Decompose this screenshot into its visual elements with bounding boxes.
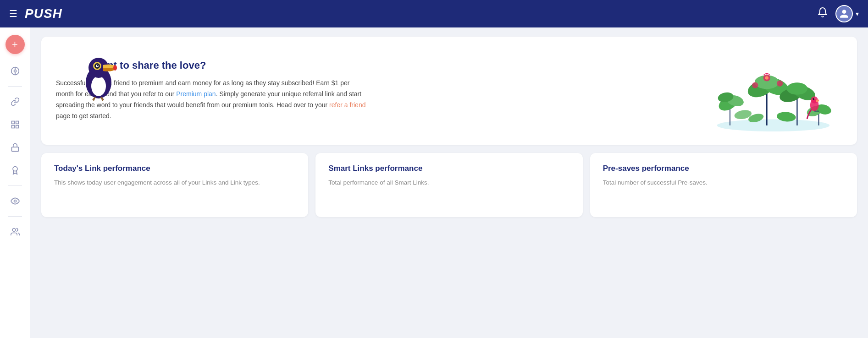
sidebar-item-visibility[interactable] xyxy=(6,191,25,211)
card-today-desc: This shows today user engagement across … xyxy=(54,178,295,188)
premium-link[interactable]: Premium plan xyxy=(176,90,216,98)
svg-point-18 xyxy=(97,65,99,66)
card-today-performance: Today's Link performance This shows toda… xyxy=(41,153,308,217)
cards-row: Today's Link performance This shows toda… xyxy=(41,153,857,217)
svg-point-40 xyxy=(787,82,807,94)
top-nav: ☰ PUSH ▾ xyxy=(0,0,868,27)
card-today-title: Today's Link performance xyxy=(54,164,295,173)
svg-rect-6 xyxy=(11,125,14,128)
referral-banner: Want to share the love? Successfully ref… xyxy=(41,37,857,145)
svg-rect-5 xyxy=(16,121,18,124)
svg-point-35 xyxy=(752,82,758,88)
svg-rect-7 xyxy=(16,125,18,128)
sidebar-divider-2 xyxy=(8,185,22,186)
svg-rect-4 xyxy=(11,121,14,124)
sidebar-item-audience[interactable] xyxy=(6,222,25,241)
main-content: Want to share the love? Successfully ref… xyxy=(30,27,868,338)
main-layout: + xyxy=(0,27,868,338)
sidebar-item-lock[interactable] xyxy=(6,138,25,157)
sidebar-item-campaigns[interactable] xyxy=(6,115,25,134)
card-smart-desc: Total performance of all Smart Links. xyxy=(328,178,569,188)
card-smart-title: Smart Links performance xyxy=(328,164,569,173)
svg-point-34 xyxy=(765,76,769,80)
sidebar-item-links[interactable] xyxy=(6,92,25,111)
avatar xyxy=(835,5,853,22)
sidebar-divider-1 xyxy=(8,86,22,87)
svg-point-19 xyxy=(113,65,117,71)
logo: PUSH xyxy=(25,6,62,21)
referral-title: Want to share the love? xyxy=(93,60,368,71)
svg-point-11 xyxy=(12,229,16,232)
bell-icon[interactable] xyxy=(817,7,828,21)
plant-illustration xyxy=(696,49,842,132)
chevron-down-icon: ▾ xyxy=(856,10,859,17)
svg-point-10 xyxy=(14,200,16,202)
sidebar-item-achievements[interactable] xyxy=(6,161,25,180)
svg-point-1 xyxy=(14,70,16,72)
avatar-button[interactable]: ▾ xyxy=(835,5,859,22)
add-button[interactable]: + xyxy=(6,35,25,54)
card-smart-links: Smart Links performance Total performanc… xyxy=(315,153,582,217)
sidebar-divider-3 xyxy=(8,216,22,217)
card-presaves-desc: Total number of successful Pre-saves. xyxy=(603,178,844,188)
card-presaves-title: Pre-saves performance xyxy=(603,164,844,173)
toucan-illustration xyxy=(78,46,119,103)
hamburger-icon[interactable]: ☰ xyxy=(9,8,17,19)
svg-point-13 xyxy=(91,76,106,96)
svg-point-24 xyxy=(717,120,830,131)
svg-point-36 xyxy=(777,81,783,87)
card-presaves: Pre-saves performance Total number of su… xyxy=(590,153,857,217)
svg-point-46 xyxy=(813,98,814,100)
sidebar-item-dashboard[interactable] xyxy=(6,61,25,81)
svg-rect-8 xyxy=(11,147,18,151)
sidebar: + xyxy=(0,27,30,338)
refer-friend-link[interactable]: refer a friend xyxy=(329,101,365,109)
